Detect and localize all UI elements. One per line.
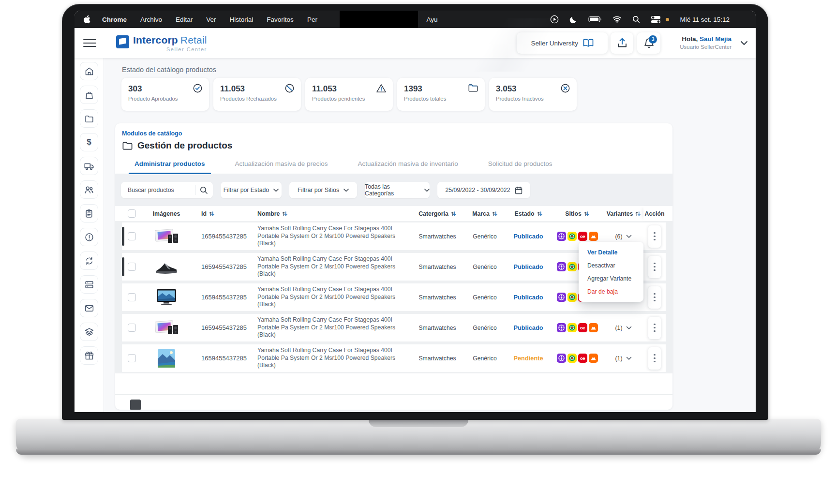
context-menu-agregar-variante[interactable]: Agregar Variante	[579, 272, 643, 285]
menubar-item-ayuda[interactable]: Ayu	[426, 16, 437, 23]
column-header-nombre[interactable]: Nombre	[248, 210, 411, 217]
product-name[interactable]: Yamaha Soft Rolling Carry Case For Stage…	[248, 344, 411, 372]
menubar-item-ver[interactable]: Ver	[206, 16, 216, 23]
context-menu-desactivar[interactable]: Desactivar	[579, 259, 643, 272]
product-name[interactable]: Yamaha Soft Rolling Carry Case For Stage…	[248, 253, 411, 281]
tab-solicitud-productos[interactable]: Solicitud de productos	[482, 160, 558, 174]
folder-title-icon	[122, 141, 133, 150]
sidebar-item-customers[interactable]	[80, 180, 98, 199]
table-row: 1659455437285 Yamaha Soft Rolling Carry …	[122, 344, 666, 372]
user-menu[interactable]: Hola, Saul Mejia Usuario SellerCenter	[680, 35, 732, 50]
chevron-down-icon[interactable]	[626, 356, 632, 360]
sort-icon[interactable]	[492, 211, 497, 217]
stat-label: Producto Aprobados	[128, 96, 202, 102]
spotlight-search-icon[interactable]	[632, 15, 640, 23]
row-scroll-handle[interactable]	[122, 227, 124, 246]
filter-estado-dropdown[interactable]: Filtrar por Estado	[221, 182, 282, 198]
column-header-categoria[interactable]: Catergoria	[411, 210, 463, 217]
brand-logo[interactable]: IntercorpRetail Seller Center	[116, 34, 207, 52]
row-checkbox[interactable]	[128, 232, 136, 240]
column-header-variantes[interactable]: Variantes	[604, 210, 643, 217]
row-checkbox[interactable]	[128, 324, 136, 332]
row-scroll-handle[interactable]	[122, 257, 124, 276]
control-center-icon[interactable]	[651, 15, 661, 24]
date-range-picker[interactable]: 25/09/2022 - 30/09/2022	[437, 182, 530, 198]
status-badge: Publicado	[506, 222, 551, 250]
menubar-item-perfil[interactable]: Per	[307, 16, 317, 23]
column-header-id[interactable]: Id	[192, 210, 248, 217]
sort-icon[interactable]	[584, 211, 589, 217]
search-products-field[interactable]	[121, 182, 213, 198]
product-name[interactable]: Yamaha Soft Rolling Carry Case For Stage…	[248, 222, 411, 250]
search-input[interactable]	[128, 187, 186, 193]
stat-card-inactive: 3.053 Productos Inactivos	[489, 78, 577, 111]
column-header-marca[interactable]: Marca	[463, 210, 506, 217]
variants-cell[interactable]: (1)	[604, 344, 643, 372]
menubar-item-editar[interactable]: Editar	[176, 16, 193, 23]
column-header-estado[interactable]: Estado	[506, 210, 551, 217]
product-name[interactable]: Yamaha Soft Rolling Carry Case For Stage…	[248, 283, 411, 311]
sidebar-item-catalog-db[interactable]	[80, 275, 98, 294]
upload-button[interactable]	[611, 32, 633, 54]
status-dot	[666, 18, 669, 21]
sidebar-item-pricing[interactable]: $	[80, 133, 98, 151]
row-actions-button[interactable]	[648, 317, 661, 339]
context-menu-ver-detalle[interactable]: Ver Detalle	[579, 246, 643, 259]
hamburger-menu-button[interactable]	[83, 37, 96, 49]
context-menu-dar-de-baja[interactable]: Dar de baja	[579, 285, 643, 298]
tab-actualizacion-precios[interactable]: Actualización masiva de precios	[229, 160, 334, 174]
sort-icon[interactable]	[209, 211, 214, 217]
user-chevron-down-icon[interactable]	[740, 41, 748, 45]
filter-categorias-dropdown[interactable]: Todas las Categorías	[365, 182, 430, 198]
column-header-sitios[interactable]: Sitios	[551, 210, 604, 217]
select-all-checkbox[interactable]	[128, 209, 136, 218]
row-actions-button[interactable]	[648, 225, 661, 248]
folder-icon	[468, 83, 478, 94]
filter-sitios-dropdown[interactable]: Filtrar por Sitios	[289, 182, 357, 198]
sort-icon[interactable]	[451, 211, 456, 217]
search-icon[interactable]	[200, 186, 208, 194]
tab-actualizacion-inventario[interactable]: Actualización masiva de inventario	[352, 160, 464, 174]
sort-icon[interactable]	[635, 211, 641, 217]
sort-icon[interactable]	[282, 211, 287, 217]
warning-triangle-icon	[376, 83, 387, 95]
battery-icon[interactable]	[588, 16, 602, 23]
apple-icon[interactable]	[83, 15, 90, 24]
product-category: Smartwatches	[411, 222, 463, 250]
row-checkbox[interactable]	[128, 263, 136, 271]
sidebar-item-home[interactable]	[80, 62, 98, 80]
row-actions-button[interactable]	[648, 347, 661, 370]
stat-value: 11.053	[312, 84, 386, 94]
menubar-item-chrome[interactable]: Chrome	[102, 16, 127, 23]
notifications-button[interactable]: 3	[637, 32, 660, 54]
breadcrumb[interactable]: Modulos de catálogo	[122, 130, 672, 137]
wifi-icon[interactable]	[612, 16, 622, 23]
menubar-item-archivo[interactable]: Archivo	[140, 16, 162, 23]
menubar-item-historial[interactable]: Historial	[230, 16, 254, 23]
row-actions-button[interactable]	[648, 286, 661, 309]
stat-label: Productos pendientes	[312, 96, 386, 102]
stat-label: Productos totales	[404, 96, 478, 102]
chevron-down-icon[interactable]	[626, 235, 632, 238]
sidebar-item-store[interactable]	[80, 86, 98, 104]
tab-administrar-productos[interactable]: Administrar productos	[129, 160, 211, 174]
main-content: Estado del catálogo productos 303 Produc…	[104, 58, 756, 412]
sidebar-item-delivery[interactable]	[80, 157, 98, 175]
sidebar-item-catalog-folder[interactable]	[80, 109, 98, 128]
sidebar-item-alerts[interactable]	[80, 228, 98, 246]
product-image	[141, 314, 192, 341]
sidebar-item-messages[interactable]	[80, 299, 98, 317]
sidebar-item-promotions[interactable]	[80, 346, 98, 365]
row-checkbox[interactable]	[128, 354, 136, 362]
sidebar-item-reports[interactable]	[80, 204, 98, 222]
row-checkbox[interactable]	[128, 293, 136, 301]
row-actions-button[interactable]	[648, 256, 661, 278]
sidebar-item-sync[interactable]	[80, 252, 98, 270]
menubar-clock[interactable]: Mié 11 set. 15:12	[680, 16, 730, 23]
sort-icon[interactable]	[537, 211, 542, 217]
sidebar-item-layers[interactable]	[80, 323, 98, 341]
menubar-item-favoritos[interactable]: Favoritos	[267, 16, 294, 23]
product-name[interactable]: Yamaha Soft Rolling Carry Case For Stage…	[248, 314, 411, 341]
chevron-down-icon[interactable]	[626, 326, 632, 330]
variants-cell[interactable]: (1)	[604, 314, 643, 341]
